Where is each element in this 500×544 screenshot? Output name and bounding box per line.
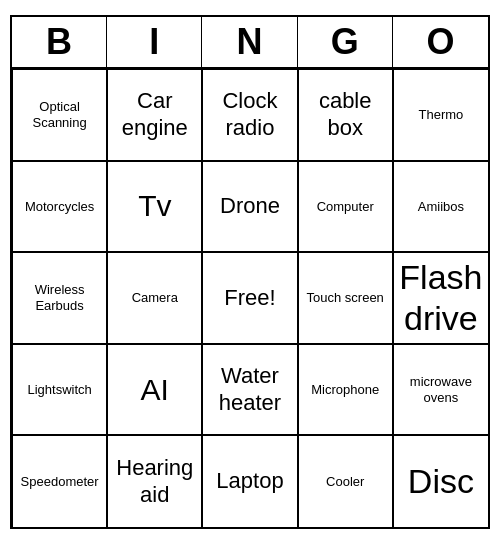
header-letter: N bbox=[202, 17, 297, 67]
bingo-cell: Motorcycles bbox=[12, 161, 107, 253]
bingo-cell: cable box bbox=[298, 69, 393, 161]
bingo-cell: Drone bbox=[202, 161, 297, 253]
bingo-cell: Car engine bbox=[107, 69, 202, 161]
bingo-cell: Speedometer bbox=[12, 435, 107, 527]
bingo-cell: Tv bbox=[107, 161, 202, 253]
bingo-cell: Microphone bbox=[298, 344, 393, 436]
bingo-cell: Computer bbox=[298, 161, 393, 253]
bingo-cell: Camera bbox=[107, 252, 202, 344]
bingo-cell: Cooler bbox=[298, 435, 393, 527]
bingo-cell: Optical Scanning bbox=[12, 69, 107, 161]
bingo-cell: AI bbox=[107, 344, 202, 436]
header-letter: I bbox=[107, 17, 202, 67]
bingo-cell: Wireless Earbuds bbox=[12, 252, 107, 344]
bingo-cell: Water heater bbox=[202, 344, 297, 436]
bingo-header: BINGO bbox=[12, 17, 488, 69]
header-letter: O bbox=[393, 17, 488, 67]
bingo-cell: Clock radio bbox=[202, 69, 297, 161]
bingo-cell: Disc bbox=[393, 435, 488, 527]
bingo-cell: microwave ovens bbox=[393, 344, 488, 436]
bingo-cell: Touch screen bbox=[298, 252, 393, 344]
bingo-card: BINGO Optical ScanningCar engineClock ra… bbox=[10, 15, 490, 529]
bingo-cell: Thermo bbox=[393, 69, 488, 161]
bingo-cell: Lightswitch bbox=[12, 344, 107, 436]
bingo-cell: Amiibos bbox=[393, 161, 488, 253]
bingo-cell: Hearing aid bbox=[107, 435, 202, 527]
header-letter: G bbox=[298, 17, 393, 67]
bingo-cell: Free! bbox=[202, 252, 297, 344]
bingo-grid: Optical ScanningCar engineClock radiocab… bbox=[12, 69, 488, 527]
bingo-cell: Flash drive bbox=[393, 252, 488, 344]
header-letter: B bbox=[12, 17, 107, 67]
bingo-cell: Laptop bbox=[202, 435, 297, 527]
